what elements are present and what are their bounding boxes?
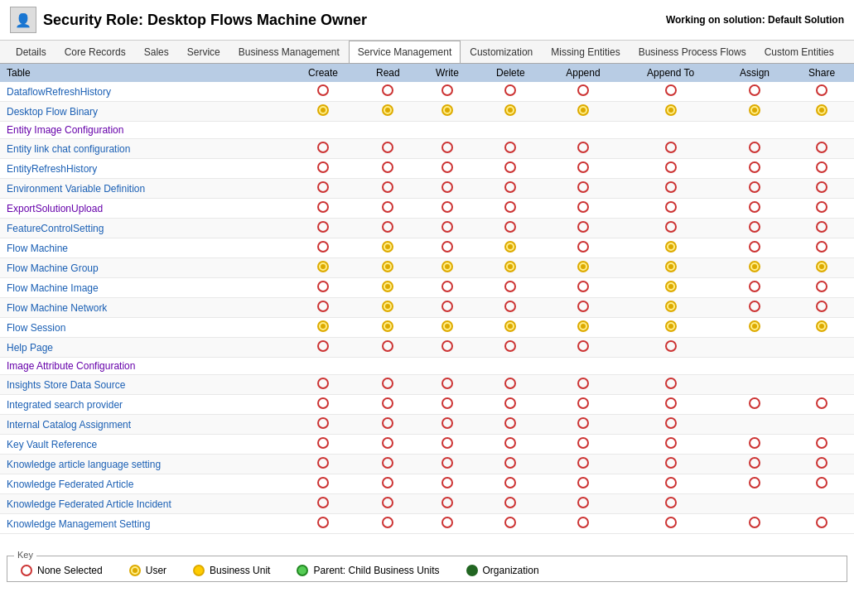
perm-append[interactable]	[544, 474, 621, 494]
perm-append[interactable]	[544, 219, 621, 238]
perm-assign[interactable]	[720, 278, 789, 298]
perm-write[interactable]	[418, 219, 477, 238]
perm-append-to[interactable]	[621, 179, 720, 199]
perm-assign[interactable]	[720, 159, 789, 179]
perm-append[interactable]	[544, 494, 621, 514]
tab-sales[interactable]: Sales	[135, 41, 178, 63]
perm-assign[interactable]	[720, 474, 789, 494]
perm-read[interactable]	[358, 219, 417, 238]
perm-write[interactable]	[418, 179, 477, 199]
perm-read[interactable]	[358, 494, 417, 514]
perm-delete[interactable]	[476, 199, 544, 219]
tab-core-records[interactable]: Core Records	[55, 41, 135, 63]
perm-append[interactable]	[544, 82, 621, 102]
perm-delete[interactable]	[476, 238, 544, 258]
perm-append-to[interactable]	[621, 258, 720, 278]
perm-create[interactable]	[288, 375, 358, 395]
perm-delete[interactable]	[476, 338, 544, 358]
perm-write[interactable]	[418, 455, 477, 474]
perm-create[interactable]	[288, 455, 358, 474]
perm-append-to[interactable]	[621, 474, 720, 494]
perm-create[interactable]	[288, 415, 358, 435]
perm-append-to[interactable]	[621, 415, 720, 435]
perm-assign[interactable]	[720, 395, 789, 415]
perm-read[interactable]	[358, 455, 417, 474]
perm-create[interactable]	[288, 258, 358, 278]
perm-share[interactable]	[789, 238, 854, 258]
perm-delete[interactable]	[476, 455, 544, 474]
entity-name[interactable]: ExportSolutionUpload	[0, 199, 288, 219]
perm-share[interactable]	[789, 474, 854, 494]
perm-append-to[interactable]	[621, 375, 720, 395]
perm-assign[interactable]	[720, 298, 789, 318]
perm-delete[interactable]	[476, 435, 544, 455]
perm-delete[interactable]	[476, 219, 544, 238]
perm-delete[interactable]	[476, 179, 544, 199]
perm-append-to[interactable]	[621, 435, 720, 455]
tab-service[interactable]: Service	[178, 41, 229, 63]
perm-create[interactable]	[288, 338, 358, 358]
perm-assign[interactable]	[720, 82, 789, 102]
perm-delete[interactable]	[476, 102, 544, 122]
perm-share[interactable]	[789, 199, 854, 219]
perm-share[interactable]	[789, 298, 854, 318]
perm-delete[interactable]	[476, 298, 544, 318]
perm-read[interactable]	[358, 102, 417, 122]
perm-create[interactable]	[288, 278, 358, 298]
perm-append-to[interactable]	[621, 298, 720, 318]
perm-assign[interactable]	[720, 318, 789, 338]
perm-write[interactable]	[418, 199, 477, 219]
perm-assign[interactable]	[720, 258, 789, 278]
perm-delete[interactable]	[476, 82, 544, 102]
perm-delete[interactable]	[476, 278, 544, 298]
perm-create[interactable]	[288, 102, 358, 122]
perm-append[interactable]	[544, 435, 621, 455]
perm-append[interactable]	[544, 258, 621, 278]
perm-append[interactable]	[544, 514, 621, 534]
perm-append[interactable]	[544, 139, 621, 159]
perm-read[interactable]	[358, 82, 417, 102]
perm-write[interactable]	[418, 514, 477, 534]
perm-read[interactable]	[358, 435, 417, 455]
perm-read[interactable]	[358, 238, 417, 258]
perm-append[interactable]	[544, 278, 621, 298]
perm-create[interactable]	[288, 179, 358, 199]
tab-customization[interactable]: Customization	[461, 41, 542, 63]
perm-delete[interactable]	[476, 375, 544, 395]
perm-write[interactable]	[418, 494, 477, 514]
perm-append[interactable]	[544, 395, 621, 415]
perm-delete[interactable]	[476, 395, 544, 415]
perm-append[interactable]	[544, 455, 621, 474]
perm-read[interactable]	[358, 415, 417, 435]
perm-append-to[interactable]	[621, 238, 720, 258]
tab-custom-entities[interactable]: Custom Entities	[755, 41, 843, 63]
perm-append-to[interactable]	[621, 338, 720, 358]
perm-write[interactable]	[418, 278, 477, 298]
perm-append-to[interactable]	[621, 139, 720, 159]
perm-create[interactable]	[288, 238, 358, 258]
tab-missing-entities[interactable]: Missing Entities	[542, 41, 629, 63]
perm-assign[interactable]	[720, 435, 789, 455]
perm-read[interactable]	[358, 395, 417, 415]
perm-write[interactable]	[418, 415, 477, 435]
perm-append[interactable]	[544, 199, 621, 219]
tab-business-management[interactable]: Business Management	[229, 41, 349, 63]
perm-write[interactable]	[418, 82, 477, 102]
perm-write[interactable]	[418, 375, 477, 395]
perm-write[interactable]	[418, 139, 477, 159]
perm-append[interactable]	[544, 238, 621, 258]
perm-assign[interactable]	[720, 102, 789, 122]
perm-write[interactable]	[418, 318, 477, 338]
perm-assign[interactable]	[720, 199, 789, 219]
entity-name[interactable]: Entity Image Configuration	[0, 122, 288, 139]
perm-read[interactable]	[358, 375, 417, 395]
perm-append-to[interactable]	[621, 395, 720, 415]
perm-append-to[interactable]	[621, 278, 720, 298]
perm-share[interactable]	[789, 278, 854, 298]
perm-append-to[interactable]	[621, 102, 720, 122]
perm-assign[interactable]	[720, 139, 789, 159]
perm-share[interactable]	[789, 139, 854, 159]
perm-read[interactable]	[358, 298, 417, 318]
perm-read[interactable]	[358, 199, 417, 219]
tab-business-process-flows[interactable]: Business Process Flows	[630, 41, 755, 63]
